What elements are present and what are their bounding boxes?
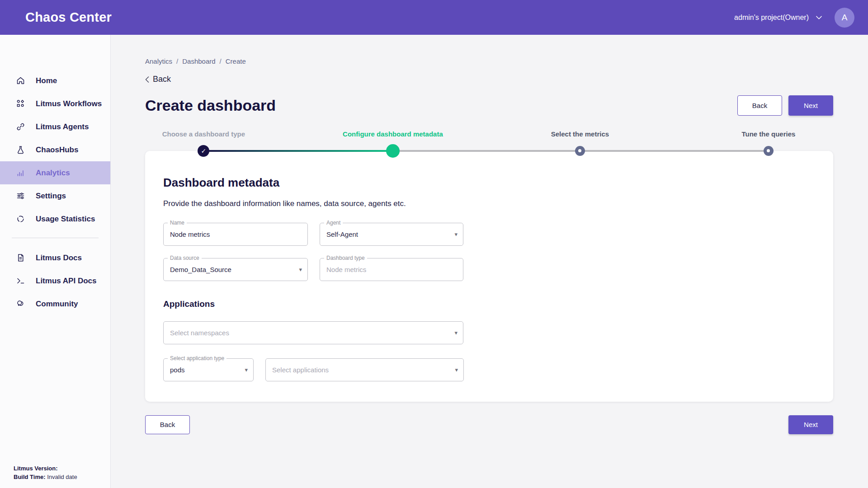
applications-select[interactable]: Select applications ▾: [265, 358, 464, 381]
breadcrumb-separator: /: [176, 57, 178, 65]
sidebar-divider: [12, 238, 99, 238]
sidebar-item-analytics[interactable]: Analytics: [0, 161, 110, 184]
application-type-value: pods: [170, 366, 185, 374]
application-type-select[interactable]: Select application type pods ▾: [163, 358, 254, 381]
breadcrumb: Analytics / Dashboard / Create: [145, 57, 833, 65]
back-link[interactable]: Back: [145, 75, 171, 84]
build-time-label: Build Time:: [14, 474, 46, 480]
name-field[interactable]: Name: [163, 223, 308, 246]
namespaces-placeholder: Select namespaces: [170, 329, 229, 337]
breadcrumb-dashboard[interactable]: Dashboard: [182, 57, 215, 65]
back-button-bottom[interactable]: Back: [145, 415, 190, 434]
sidebar-item-home[interactable]: Home: [0, 69, 110, 92]
home-icon: [16, 76, 25, 85]
sidebar-item-community[interactable]: Community: [0, 292, 110, 315]
next-button-top[interactable]: Next: [788, 95, 833, 116]
chat-icon: [16, 300, 25, 308]
step-label-configure-metadata: Configure dashboard metadata: [343, 130, 443, 138]
dashboard-type-field[interactable]: Dashboard type: [320, 258, 463, 281]
namespaces-select[interactable]: Select namespaces ▾: [163, 321, 463, 344]
workflows-icon: [16, 99, 25, 108]
data-source-select[interactable]: Data source Demo_Data_Source ▾: [163, 258, 308, 281]
dropdown-arrow-icon: ▾: [245, 366, 248, 373]
dashboard-metadata-card: Dashboard metadata Provide the dashboard…: [145, 151, 833, 402]
agent-select-value: Self-Agent: [326, 230, 358, 238]
next-button-bottom[interactable]: Next: [788, 415, 833, 434]
dashboard-type-input[interactable]: [326, 266, 447, 273]
sidebar-item-litmus-workflows[interactable]: Litmus Workflows: [0, 92, 110, 115]
chevron-down-icon: [816, 16, 822, 19]
breadcrumb-create: Create: [226, 57, 246, 65]
main-content: Analytics / Dashboard / Create Back Crea…: [111, 0, 868, 452]
name-input[interactable]: [170, 230, 291, 238]
step-dot-active[interactable]: [386, 144, 400, 158]
step-label-tune-queries: Tune the queries: [741, 130, 795, 138]
flask-icon: [16, 145, 25, 154]
terminal-icon: [16, 277, 25, 285]
project-label: admin's project(Owner): [734, 14, 809, 22]
dropdown-arrow-icon: ▾: [455, 366, 458, 373]
data-source-select-label: Data source: [168, 255, 202, 261]
dashboard-type-field-label: Dashboard type: [324, 255, 367, 261]
step-dot-select-metrics[interactable]: [575, 146, 585, 156]
stepper-line-completed: [203, 150, 393, 152]
chevron-left-icon: [145, 76, 149, 83]
agent-select[interactable]: Agent Self-Agent ▾: [320, 223, 463, 246]
sidebar-item-litmus-api-docs[interactable]: Litmus API Docs: [0, 269, 110, 292]
applications-placeholder: Select applications: [272, 366, 329, 374]
back-button-top[interactable]: Back: [737, 95, 782, 116]
dropdown-arrow-icon: ▾: [299, 266, 302, 273]
sidebar-item-settings[interactable]: Settings: [0, 184, 110, 207]
breadcrumb-separator: /: [220, 57, 222, 65]
avatar[interactable]: A: [835, 8, 854, 28]
build-time-value: Invalid date: [47, 474, 77, 480]
application-type-label: Select application type: [168, 355, 226, 361]
document-icon: [16, 253, 25, 262]
agent-select-label: Agent: [324, 220, 343, 226]
sliders-icon: [16, 192, 25, 200]
app-title: Chaos Center: [25, 10, 112, 25]
section-description: Provide the dashboard information like n…: [163, 199, 815, 208]
agents-icon: [16, 122, 25, 131]
loader-icon: [16, 215, 25, 223]
page-title: Create dashboard: [145, 97, 276, 114]
sidebar-item-litmus-agents[interactable]: Litmus Agents: [0, 115, 110, 138]
version-info: Litmus Version: Build Time: Invalid date: [14, 465, 77, 482]
check-icon: ✓: [201, 147, 206, 155]
version-label: Litmus Version:: [14, 465, 58, 472]
sidebar-item-usage-statistics[interactable]: Usage Statistics: [0, 207, 110, 230]
data-source-select-value: Demo_Data_Source: [170, 266, 231, 273]
step-label-choose-type: Choose a dashboard type: [162, 130, 245, 138]
sidebar-item-chaoshubs[interactable]: ChaosHubs: [0, 138, 110, 161]
app-header: Chaos Center admin's project(Owner) A: [0, 0, 868, 35]
dropdown-arrow-icon: ▾: [454, 329, 458, 336]
breadcrumb-analytics[interactable]: Analytics: [145, 57, 172, 65]
name-field-label: Name: [168, 220, 187, 226]
sidebar: Home Litmus Workflows Litmus Agents Chao…: [0, 35, 111, 488]
project-selector[interactable]: admin's project(Owner): [734, 14, 822, 22]
dropdown-arrow-icon: ▾: [454, 231, 458, 238]
wizard-stepper: Choose a dashboard type Configure dashbo…: [145, 129, 833, 158]
step-dot-completed[interactable]: ✓: [198, 145, 209, 157]
section-title: Dashboard metadata: [163, 176, 815, 190]
sidebar-item-litmus-docs[interactable]: Litmus Docs: [0, 246, 110, 269]
step-label-select-metrics: Select the metrics: [551, 130, 609, 138]
applications-title: Applications: [163, 299, 815, 309]
step-dot-tune-queries[interactable]: [764, 146, 774, 156]
analytics-icon: [16, 169, 25, 177]
